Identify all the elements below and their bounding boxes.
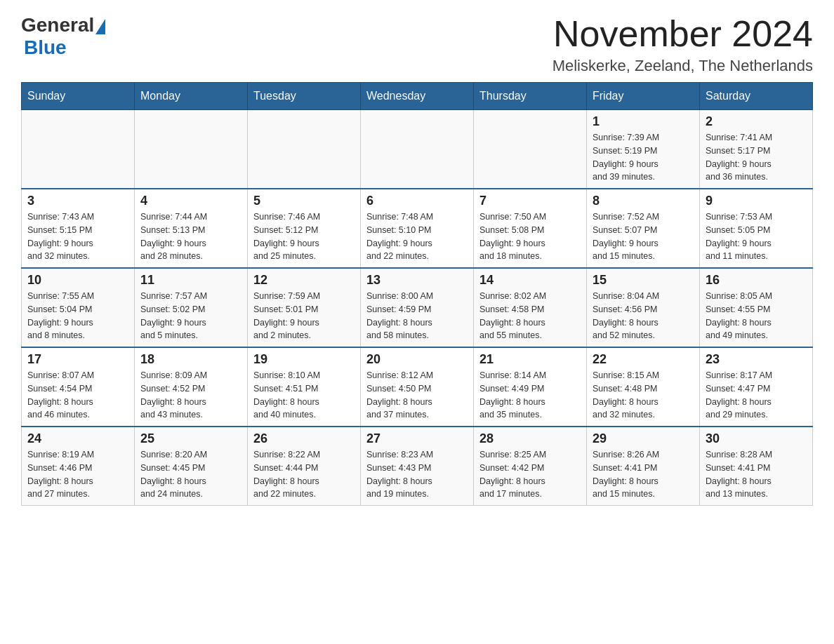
day-cell: 15Sunrise: 8:04 AMSunset: 4:56 PMDayligh… bbox=[587, 268, 700, 347]
week-row-3: 10Sunrise: 7:55 AMSunset: 5:04 PMDayligh… bbox=[22, 268, 813, 347]
day-cell: 1Sunrise: 7:39 AMSunset: 5:19 PMDaylight… bbox=[587, 110, 700, 189]
day-number: 1 bbox=[593, 114, 694, 129]
day-number: 24 bbox=[27, 431, 128, 446]
week-row-1: 1Sunrise: 7:39 AMSunset: 5:19 PMDaylight… bbox=[22, 110, 813, 189]
day-header-monday: Monday bbox=[135, 83, 248, 110]
day-cell: 7Sunrise: 7:50 AMSunset: 5:08 PMDaylight… bbox=[474, 189, 587, 268]
day-cell: 25Sunrise: 8:20 AMSunset: 4:45 PMDayligh… bbox=[135, 427, 248, 506]
day-cell: 16Sunrise: 8:05 AMSunset: 4:55 PMDayligh… bbox=[700, 268, 813, 347]
day-header-wednesday: Wednesday bbox=[361, 83, 474, 110]
day-info: Sunrise: 8:19 AMSunset: 4:46 PMDaylight:… bbox=[27, 448, 128, 501]
day-info: Sunrise: 8:28 AMSunset: 4:41 PMDaylight:… bbox=[706, 448, 807, 501]
logo-flag-icon bbox=[95, 19, 105, 34]
day-cell: 12Sunrise: 7:59 AMSunset: 5:01 PMDayligh… bbox=[248, 268, 361, 347]
day-info: Sunrise: 8:07 AMSunset: 4:54 PMDaylight:… bbox=[27, 369, 128, 422]
day-info: Sunrise: 8:17 AMSunset: 4:47 PMDaylight:… bbox=[706, 369, 807, 422]
day-info: Sunrise: 8:02 AMSunset: 4:58 PMDaylight:… bbox=[479, 290, 581, 342]
day-header-thursday: Thursday bbox=[474, 83, 587, 110]
day-number: 6 bbox=[366, 194, 468, 208]
day-cell: 10Sunrise: 7:55 AMSunset: 5:04 PMDayligh… bbox=[22, 268, 135, 347]
day-number: 17 bbox=[27, 352, 128, 367]
day-header-tuesday: Tuesday bbox=[248, 83, 361, 110]
day-info: Sunrise: 8:23 AMSunset: 4:43 PMDaylight:… bbox=[366, 448, 468, 501]
day-cell: 19Sunrise: 8:10 AMSunset: 4:51 PMDayligh… bbox=[248, 347, 361, 427]
page-header: General Blue November 2024 Meliskerke, Z… bbox=[21, 14, 813, 75]
day-info: Sunrise: 8:10 AMSunset: 4:51 PMDaylight:… bbox=[253, 369, 355, 422]
day-info: Sunrise: 7:44 AMSunset: 5:13 PMDaylight:… bbox=[140, 210, 241, 263]
day-cell bbox=[135, 110, 248, 189]
day-info: Sunrise: 7:39 AMSunset: 5:19 PMDaylight:… bbox=[593, 131, 694, 184]
day-cell: 14Sunrise: 8:02 AMSunset: 4:58 PMDayligh… bbox=[474, 268, 587, 347]
day-cell: 21Sunrise: 8:14 AMSunset: 4:49 PMDayligh… bbox=[474, 347, 587, 427]
day-info: Sunrise: 8:09 AMSunset: 4:52 PMDaylight:… bbox=[140, 369, 241, 422]
day-info: Sunrise: 7:57 AMSunset: 5:02 PMDaylight:… bbox=[140, 290, 241, 342]
day-info: Sunrise: 8:00 AMSunset: 4:59 PMDaylight:… bbox=[366, 290, 468, 342]
day-cell bbox=[248, 110, 361, 189]
day-number: 26 bbox=[253, 431, 355, 446]
week-row-5: 24Sunrise: 8:19 AMSunset: 4:46 PMDayligh… bbox=[22, 427, 813, 506]
day-info: Sunrise: 8:12 AMSunset: 4:50 PMDaylight:… bbox=[366, 369, 468, 422]
day-info: Sunrise: 7:53 AMSunset: 5:05 PMDaylight:… bbox=[706, 210, 807, 263]
day-number: 25 bbox=[140, 431, 241, 446]
day-info: Sunrise: 8:05 AMSunset: 4:55 PMDaylight:… bbox=[706, 290, 807, 342]
day-header-saturday: Saturday bbox=[700, 83, 813, 110]
day-cell: 22Sunrise: 8:15 AMSunset: 4:48 PMDayligh… bbox=[587, 347, 700, 427]
location-title: Meliskerke, Zeeland, The Netherlands bbox=[552, 57, 813, 75]
day-number: 4 bbox=[140, 194, 241, 208]
day-number: 12 bbox=[253, 273, 355, 288]
day-cell: 5Sunrise: 7:46 AMSunset: 5:12 PMDaylight… bbox=[248, 189, 361, 268]
day-cell: 6Sunrise: 7:48 AMSunset: 5:10 PMDaylight… bbox=[361, 189, 474, 268]
day-number: 22 bbox=[593, 352, 694, 367]
week-row-2: 3Sunrise: 7:43 AMSunset: 5:15 PMDaylight… bbox=[22, 189, 813, 268]
day-number: 23 bbox=[706, 352, 807, 367]
day-info: Sunrise: 8:20 AMSunset: 4:45 PMDaylight:… bbox=[140, 448, 241, 501]
day-number: 11 bbox=[140, 273, 241, 288]
day-info: Sunrise: 7:41 AMSunset: 5:17 PMDaylight:… bbox=[706, 131, 807, 184]
day-number: 19 bbox=[253, 352, 355, 367]
day-info: Sunrise: 7:43 AMSunset: 5:15 PMDaylight:… bbox=[27, 210, 128, 263]
day-info: Sunrise: 8:22 AMSunset: 4:44 PMDaylight:… bbox=[253, 448, 355, 501]
day-number: 13 bbox=[366, 273, 468, 288]
day-info: Sunrise: 8:25 AMSunset: 4:42 PMDaylight:… bbox=[479, 448, 581, 501]
day-info: Sunrise: 8:04 AMSunset: 4:56 PMDaylight:… bbox=[593, 290, 694, 342]
day-cell: 27Sunrise: 8:23 AMSunset: 4:43 PMDayligh… bbox=[361, 427, 474, 506]
day-number: 30 bbox=[706, 431, 807, 446]
week-row-4: 17Sunrise: 8:07 AMSunset: 4:54 PMDayligh… bbox=[22, 347, 813, 427]
day-info: Sunrise: 8:14 AMSunset: 4:49 PMDaylight:… bbox=[479, 369, 581, 422]
day-cell bbox=[474, 110, 587, 189]
day-cell: 18Sunrise: 8:09 AMSunset: 4:52 PMDayligh… bbox=[135, 347, 248, 427]
day-cell: 23Sunrise: 8:17 AMSunset: 4:47 PMDayligh… bbox=[700, 347, 813, 427]
header-row: SundayMondayTuesdayWednesdayThursdayFrid… bbox=[22, 83, 813, 110]
day-cell: 20Sunrise: 8:12 AMSunset: 4:50 PMDayligh… bbox=[361, 347, 474, 427]
day-number: 27 bbox=[366, 431, 468, 446]
day-cell: 9Sunrise: 7:53 AMSunset: 5:05 PMDaylight… bbox=[700, 189, 813, 268]
month-title: November 2024 bbox=[552, 14, 813, 54]
title-section: November 2024 Meliskerke, Zeeland, The N… bbox=[552, 14, 813, 75]
day-cell: 24Sunrise: 8:19 AMSunset: 4:46 PMDayligh… bbox=[22, 427, 135, 506]
day-cell: 28Sunrise: 8:25 AMSunset: 4:42 PMDayligh… bbox=[474, 427, 587, 506]
day-number: 3 bbox=[27, 194, 128, 208]
day-cell: 8Sunrise: 7:52 AMSunset: 5:07 PMDaylight… bbox=[587, 189, 700, 268]
day-info: Sunrise: 7:55 AMSunset: 5:04 PMDaylight:… bbox=[27, 290, 128, 342]
day-info: Sunrise: 7:48 AMSunset: 5:10 PMDaylight:… bbox=[366, 210, 468, 263]
calendar-table: SundayMondayTuesdayWednesdayThursdayFrid… bbox=[21, 82, 813, 506]
day-number: 21 bbox=[479, 352, 581, 367]
day-cell: 2Sunrise: 7:41 AMSunset: 5:17 PMDaylight… bbox=[700, 110, 813, 189]
day-number: 29 bbox=[593, 431, 694, 446]
day-number: 16 bbox=[706, 273, 807, 288]
day-header-friday: Friday bbox=[587, 83, 700, 110]
day-info: Sunrise: 7:46 AMSunset: 5:12 PMDaylight:… bbox=[253, 210, 355, 263]
day-number: 15 bbox=[593, 273, 694, 288]
day-number: 20 bbox=[366, 352, 468, 367]
logo-general-text: General bbox=[21, 14, 94, 36]
day-cell: 29Sunrise: 8:26 AMSunset: 4:41 PMDayligh… bbox=[587, 427, 700, 506]
day-info: Sunrise: 8:26 AMSunset: 4:41 PMDaylight:… bbox=[593, 448, 694, 501]
day-number: 14 bbox=[479, 273, 581, 288]
day-number: 5 bbox=[253, 194, 355, 208]
day-cell: 13Sunrise: 8:00 AMSunset: 4:59 PMDayligh… bbox=[361, 268, 474, 347]
day-number: 8 bbox=[593, 194, 694, 208]
day-cell: 4Sunrise: 7:44 AMSunset: 5:13 PMDaylight… bbox=[135, 189, 248, 268]
day-cell bbox=[22, 110, 135, 189]
day-number: 9 bbox=[706, 194, 807, 208]
logo: General Blue bbox=[21, 14, 107, 59]
